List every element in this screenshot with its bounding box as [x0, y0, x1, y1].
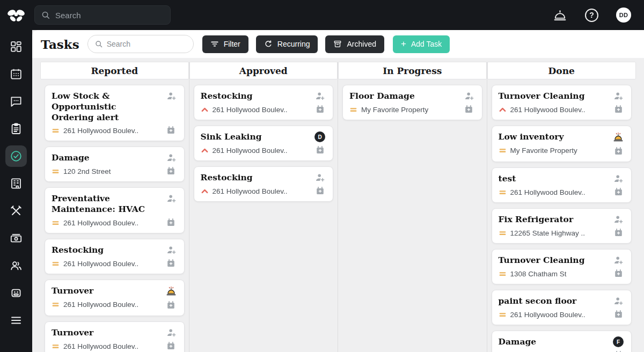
schedule-calendar-icon[interactable]: [166, 259, 175, 268]
sidebar-item-checklists[interactable]: [5, 118, 27, 140]
sidebar-item-payments[interactable]: [5, 228, 27, 249]
task-card[interactable]: Turnover261 Hollywood Boulev..: [45, 280, 185, 316]
task-title: Fix Refrigerator: [499, 214, 608, 225]
task-card[interactable]: Turnover Cleaning1308 Chatham St: [492, 249, 632, 284]
assign-person-icon[interactable]: [166, 245, 177, 255]
property-name: 261 Hollywood Boulev..: [213, 146, 288, 155]
tasks-toolbar: Tasks Filter Rec: [32, 30, 644, 58]
board-column-reported: ReportedLow Stock & Opportunistic Orderi…: [40, 62, 189, 352]
recurring-label: Recurring: [277, 40, 310, 48]
priority-medium-icon: [349, 106, 357, 114]
app-logo-bow-icon[interactable]: [7, 7, 25, 23]
task-card[interactable]: Fix Refrigerator12265 State Highway ..: [492, 208, 632, 244]
schedule-calendar-icon[interactable]: [614, 187, 623, 196]
assign-person-icon[interactable]: [166, 91, 177, 101]
sidebar-item-tasks[interactable]: [5, 145, 27, 167]
task-card[interactable]: Low inventoryMy Favorite Property: [492, 126, 632, 162]
task-card[interactable]: Restocking261 Hollywood Boulev..: [194, 85, 334, 120]
task-card[interactable]: Floor DamageMy Favorite Property: [342, 85, 482, 120]
concierge-bell-icon[interactable]: [553, 8, 567, 23]
schedule-calendar-icon[interactable]: [316, 145, 325, 155]
property-name: 261 Hollywood Boulev..: [510, 106, 586, 114]
assign-person-icon[interactable]: [613, 173, 624, 184]
task-card[interactable]: Damage120 2nd Street: [45, 146, 185, 182]
people-icon: [10, 259, 23, 272]
schedule-calendar-icon[interactable]: [614, 228, 623, 237]
bell-icon[interactable]: [612, 131, 624, 143]
task-title: Turnover: [52, 285, 160, 296]
assign-person-icon[interactable]: [166, 193, 177, 204]
property-name: 261 Hollywood Boulev..: [510, 311, 586, 319]
assign-person-icon[interactable]: [314, 91, 325, 101]
add-task-button[interactable]: + Add Task: [393, 35, 450, 53]
sidebar-item-menu[interactable]: [5, 310, 27, 331]
task-card[interactable]: Turnover261 Hollywood Boulev..: [45, 321, 185, 352]
priority-high-icon: [499, 106, 507, 114]
sidebar-item-assistant[interactable]: [5, 282, 27, 304]
task-card[interactable]: Low Stock & Opportunistic Ordering alert…: [45, 85, 185, 141]
global-search-input[interactable]: [55, 11, 164, 20]
assign-person-icon[interactable]: [613, 91, 624, 101]
assign-person-icon[interactable]: [464, 91, 474, 101]
schedule-calendar-icon[interactable]: [464, 105, 473, 114]
schedule-calendar-icon[interactable]: [316, 186, 325, 195]
board-column-approved: ApprovedRestocking261 Hollywood Boulev..…: [189, 62, 339, 352]
sidebar-item-dashboard[interactable]: [5, 36, 27, 57]
schedule-calendar-icon[interactable]: [166, 341, 175, 350]
archived-button[interactable]: Archived: [325, 35, 384, 53]
schedule-calendar-icon[interactable]: [166, 300, 175, 310]
schedule-calendar-icon[interactable]: [614, 146, 623, 156]
property-name: 1308 Chatham St: [510, 270, 567, 278]
task-card[interactable]: Preventative Maintenance: HVAC261 Hollyw…: [45, 187, 185, 233]
filter-button[interactable]: Filter: [202, 35, 248, 53]
assign-person-icon[interactable]: [613, 214, 624, 225]
task-title: Damage: [499, 336, 608, 347]
task-card[interactable]: paint secon floor261 Hollywood Boulev..: [492, 290, 632, 325]
schedule-calendar-icon[interactable]: [614, 269, 623, 278]
priority-medium-icon: [52, 300, 60, 309]
schedule-calendar-icon[interactable]: [166, 126, 175, 135]
task-title: Low inventory: [499, 131, 608, 142]
task-title: Restocking: [201, 172, 310, 183]
assign-person-icon[interactable]: [314, 172, 325, 183]
recurring-button[interactable]: Recurring: [256, 35, 318, 53]
schedule-calendar-icon[interactable]: [166, 218, 175, 227]
property-name: 261 Hollywood Boulev..: [63, 260, 138, 268]
column-cards: Restocking261 Hollywood Boulev..Sink Lea…: [189, 79, 338, 207]
task-title: paint secon floor: [499, 296, 608, 306]
column-cards: Turnover Cleaning261 Hollywood Boulev..L…: [487, 79, 636, 352]
task-card[interactable]: Restocking261 Hollywood Boulev..: [45, 239, 185, 274]
property-name: 261 Hollywood Boulev..: [63, 300, 138, 309]
schedule-calendar-icon[interactable]: [166, 166, 175, 175]
assignee-avatar[interactable]: D: [314, 131, 325, 142]
sidebar-item-maintenance[interactable]: [5, 200, 27, 222]
plus-icon: +: [401, 39, 406, 48]
task-card[interactable]: Restocking261 Hollywood Boulev..: [194, 166, 334, 202]
main-panel: Tasks Filter Rec: [32, 30, 644, 352]
assignee-avatar[interactable]: F: [613, 336, 624, 347]
schedule-calendar-icon[interactable]: [316, 105, 325, 114]
task-card[interactable]: Sink Leaking261 Hollywood Boulev..D: [194, 126, 334, 161]
column-header-done: Done: [487, 62, 636, 79]
priority-high-icon: [201, 146, 209, 155]
task-title: Turnover: [52, 327, 160, 338]
task-card[interactable]: DamageMy Favorite PropertyF: [492, 331, 632, 352]
task-card[interactable]: test261 Hollywood Boulev..: [492, 167, 632, 203]
sidebar-item-messages[interactable]: [5, 91, 27, 112]
assign-person-icon[interactable]: [166, 152, 177, 163]
assign-person-icon[interactable]: [166, 327, 177, 338]
sidebar-item-properties[interactable]: [5, 173, 27, 194]
robot-icon: [10, 287, 23, 299]
task-card[interactable]: Turnover Cleaning261 Hollywood Boulev..: [492, 85, 632, 120]
bell-icon[interactable]: [165, 285, 177, 297]
help-icon[interactable]: ?: [585, 9, 598, 22]
assign-person-icon[interactable]: [613, 296, 624, 306]
sidebar-item-people[interactable]: [5, 255, 27, 276]
column-cards: Low Stock & Opportunistic Ordering alert…: [40, 79, 189, 352]
tasks-search-input[interactable]: [107, 40, 187, 48]
assign-person-icon[interactable]: [613, 255, 624, 266]
user-avatar[interactable]: DD: [616, 8, 631, 23]
schedule-calendar-icon[interactable]: [614, 310, 623, 319]
sidebar-item-calendar[interactable]: [5, 63, 27, 85]
schedule-calendar-icon[interactable]: [614, 105, 623, 114]
